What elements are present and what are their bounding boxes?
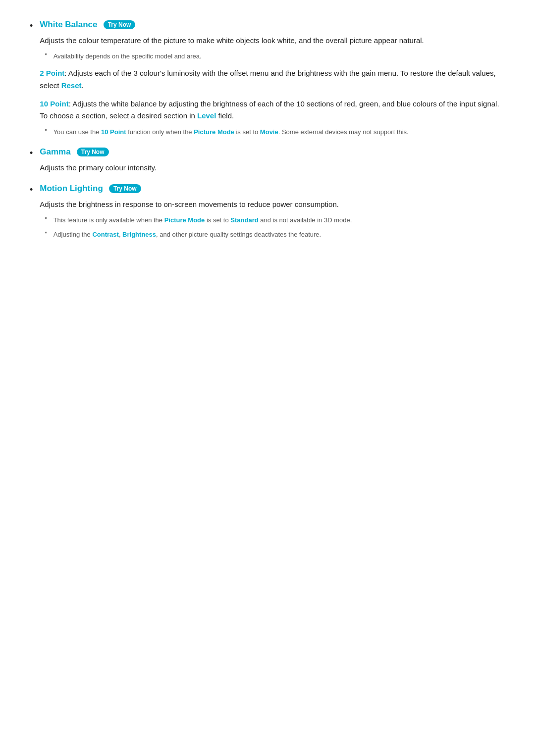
white-balance-try-now[interactable]: Try Now <box>104 20 136 29</box>
ten-point-label[interactable]: 10 Point <box>40 100 68 108</box>
contrast-link[interactable]: Contrast <box>92 231 118 238</box>
level-link[interactable]: Level <box>197 111 216 120</box>
motion-standard-link[interactable]: Standard <box>230 216 258 224</box>
white-balance-desc: Adjusts the colour temperature of the pi… <box>40 35 505 47</box>
note2-picture-mode-link[interactable]: Picture Mode <box>194 128 234 136</box>
detail2-end: field. <box>216 111 234 120</box>
two-point-label[interactable]: 2 Point <box>40 69 64 77</box>
reset-link[interactable]: Reset <box>61 81 82 90</box>
motion-lighting-try-now[interactable]: Try Now <box>109 184 141 193</box>
motion-note2-quote: " <box>45 230 47 238</box>
gamma-desc: Adjusts the primary colour intensity. <box>40 162 505 174</box>
white-balance-note1: " Availability depends on the specific m… <box>45 51 505 61</box>
white-balance-note2: " You can use the 10 Point function only… <box>45 127 505 137</box>
detail1-end: . <box>82 81 84 90</box>
bullet-gamma: • <box>30 148 33 158</box>
white-balance-detail1: 2 Point: Adjusts each of the 3 colour's … <box>40 67 505 92</box>
motion-lighting-title[interactable]: Motion Lighting <box>40 184 103 193</box>
brightness-link[interactable]: Brightness <box>122 231 156 238</box>
motion-lighting-desc: Adjusts the brightness in response to on… <box>40 199 505 210</box>
motion-note2-text: Adjusting the Contrast, Brightness, and … <box>54 230 321 240</box>
note2-quote: " <box>45 127 47 136</box>
motion-lighting-content: Motion Lighting Try Now Adjusts the brig… <box>40 184 505 239</box>
detail1-text: Adjusts each of the 3 colour's luminosit… <box>40 69 495 90</box>
gamma-content: Gamma Try Now Adjusts the primary colour… <box>40 147 505 174</box>
white-balance-section: • White Balance Try Now Adjusts the colo… <box>30 20 505 137</box>
note2-10point-link[interactable]: 10 Point <box>101 128 126 136</box>
main-content: • White Balance Try Now Adjusts the colo… <box>30 20 505 240</box>
gamma-try-now[interactable]: Try Now <box>77 148 109 156</box>
note1-quote: " <box>45 51 47 60</box>
white-balance-detail2: 10 Point: Adjusts the white balance by a… <box>40 98 505 123</box>
gamma-title[interactable]: Gamma <box>40 147 70 156</box>
motion-lighting-note1: " This feature is only available when th… <box>45 215 505 225</box>
note2-movie-link[interactable]: Movie <box>260 128 278 136</box>
bullet-motion-lighting: • <box>30 185 33 195</box>
white-balance-title[interactable]: White Balance <box>40 20 97 29</box>
motion-lighting-section: • Motion Lighting Try Now Adjusts the br… <box>30 184 505 239</box>
note2-text: You can use the 10 Point function only w… <box>54 127 409 137</box>
motion-picture-mode-link[interactable]: Picture Mode <box>164 216 205 224</box>
motion-note1-text: This feature is only available when the … <box>54 215 352 225</box>
bullet-white-balance: • <box>30 21 33 31</box>
gamma-section: • Gamma Try Now Adjusts the primary colo… <box>30 147 505 174</box>
note1-text: Availability depends on the specific mod… <box>54 51 202 61</box>
white-balance-content: White Balance Try Now Adjusts the colour… <box>40 20 505 137</box>
motion-note1-quote: " <box>45 215 47 224</box>
detail2-text: Adjusts the white balance by adjusting t… <box>40 100 499 120</box>
motion-lighting-note2: " Adjusting the Contrast, Brightness, an… <box>45 230 505 240</box>
